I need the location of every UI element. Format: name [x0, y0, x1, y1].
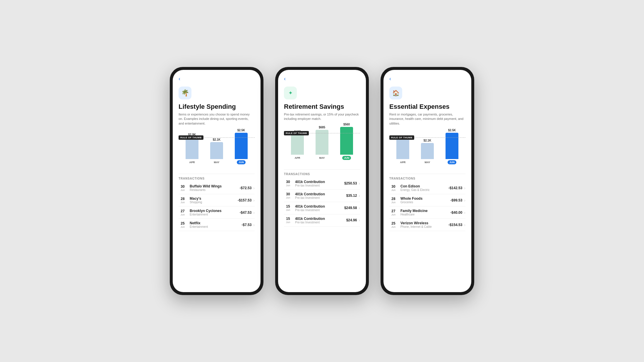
chevron-right-icon[interactable]: ›: [253, 223, 255, 227]
tx-info: 401k Contribution Pre-tax Investment: [295, 180, 344, 187]
tx-day: 15: [286, 217, 290, 221]
category-title: Retirement Savings: [284, 103, 360, 111]
back-button[interactable]: ‹: [179, 76, 255, 82]
chevron-right-icon[interactable]: ›: [253, 198, 255, 203]
tx-info: Family Medicine Healthcare: [400, 209, 451, 216]
bar-month-label: JUN: [448, 160, 456, 164]
phone-screen: ‹ 🌴 Lifestyle Spending Items or experien…: [173, 70, 261, 292]
tx-name: 401k Contribution: [295, 192, 346, 196]
category-icon: 🌴: [179, 87, 191, 99]
tx-month: Jun: [391, 225, 396, 228]
phone-screen: ‹ 🏠 Essential Expenses Rent or mortgages…: [383, 70, 471, 292]
chevron-right-icon[interactable]: ›: [359, 206, 360, 210]
tx-day: 25: [391, 221, 395, 225]
chevron-right-icon[interactable]: ›: [359, 193, 360, 198]
bar-group: $2.5K JUN: [441, 129, 463, 164]
transaction-row[interactable]: 15 Jun 401k Contribution Pre-tax Investm…: [284, 214, 360, 227]
bar-value: $2.1K: [213, 138, 221, 141]
tx-info: Macy's Shopping: [190, 196, 238, 204]
tx-date: 30 Jun: [284, 192, 292, 199]
tx-amount: $35.12: [346, 194, 357, 198]
bar-value: $2.1K: [424, 139, 431, 142]
tx-info: Verizon Wireless Phone, Internet & Cable: [400, 221, 448, 228]
tx-info: Brooklyn Cyclones Entertainment: [190, 209, 240, 216]
chevron-right-icon[interactable]: ›: [464, 223, 465, 227]
bar-month-label: APR: [187, 160, 196, 164]
tx-date: 30 Jun: [179, 185, 187, 192]
tx-info: Con Edison Energy, Gas & Electric: [400, 184, 448, 192]
tx-category: Energy, Gas & Electric: [400, 188, 448, 192]
chevron-right-icon[interactable]: ›: [253, 186, 255, 190]
rule-of-thumb-container: RULE OF THUMB: [389, 137, 465, 138]
tx-date: 27 Jun: [389, 209, 398, 216]
transaction-row[interactable]: 28 Jun Macy's Shopping -$157.53 ›: [179, 194, 255, 206]
tx-date: 28 Jun: [179, 197, 187, 204]
transaction-row[interactable]: 28 Jun Whole Foods Groceries -$99.53 ›: [389, 194, 465, 206]
phone-screen: ‹ ✦ Retirement Savings Pre-tax retiremen…: [278, 70, 366, 292]
bars-container: $497 APR $685 MAY $560 JUN: [284, 123, 360, 160]
bar: [291, 134, 304, 155]
transaction-row[interactable]: 25 Jun Verizon Wireless Phone, Internet …: [389, 219, 465, 231]
tx-date: 25 Jun: [389, 221, 398, 228]
bar: [316, 130, 328, 155]
tx-info: Netflix Entertainment: [190, 221, 242, 228]
bar-value: $560: [343, 123, 350, 126]
tx-month: Jun: [286, 196, 290, 199]
chevron-right-icon[interactable]: ›: [464, 186, 465, 190]
tx-date: 15 Jun: [284, 204, 292, 211]
phone-retirement: ‹ ✦ Retirement Savings Pre-tax retiremen…: [275, 67, 369, 295]
tx-month: Jun: [286, 184, 290, 187]
tx-amount: $250.53: [344, 181, 357, 185]
transaction-row[interactable]: 25 Jun Netflix Entertainment -$7.53 ›: [179, 219, 255, 231]
tx-day: 28: [391, 197, 395, 201]
tx-amount: -$157.53: [238, 198, 251, 202]
tx-date: 30 Jun: [284, 180, 292, 187]
rule-of-thumb-label: RULE OF THUMB: [284, 131, 309, 135]
tx-date: 30 Jun: [389, 185, 398, 192]
back-button[interactable]: ‹: [284, 76, 360, 82]
tx-date: 27 Jun: [179, 209, 187, 216]
tx-category: Shopping: [190, 201, 238, 204]
transaction-row[interactable]: 30 Jun Buffalo Wild Wings Restaurants -$…: [179, 182, 255, 194]
transaction-row[interactable]: 30 Jun Con Edison Energy, Gas & Electric…: [389, 182, 465, 194]
bar: [396, 139, 409, 159]
transaction-row[interactable]: 27 Jun Brooklyn Cyclones Entertainment -…: [179, 206, 255, 219]
bar-month-label: JUN: [237, 160, 246, 164]
rule-of-thumb-container: RULE OF THUMB: [179, 137, 255, 138]
tx-name: Whole Foods: [400, 196, 451, 201]
transactions-header: TRANSACTIONS: [284, 169, 360, 177]
tx-name: Buffalo Wild Wings: [190, 184, 240, 188]
tx-month: Jun: [286, 208, 290, 211]
transaction-row[interactable]: 30 Jun 401k Contribution Pre-tax Investm…: [284, 177, 360, 190]
transaction-row[interactable]: 15 Jun 401k Contribution Pre-tax Investm…: [284, 202, 360, 214]
tx-name: 401k Contribution: [295, 180, 344, 184]
bar: [235, 133, 248, 159]
transaction-row[interactable]: 27 Jun Family Medicine Healthcare -$40.0…: [389, 206, 465, 219]
tx-month: Jun: [181, 189, 185, 192]
chevron-right-icon[interactable]: ›: [359, 181, 360, 186]
transaction-row[interactable]: 30 Jun 401k Contribution Pre-tax Investm…: [284, 190, 360, 202]
tx-month: Jun: [181, 213, 185, 216]
tx-amount: $249.58: [344, 206, 357, 210]
back-button[interactable]: ‹: [389, 76, 465, 82]
chevron-right-icon[interactable]: ›: [464, 198, 465, 203]
bar-month-label: MAY: [212, 160, 221, 164]
tx-amount: -$47.53: [240, 211, 252, 215]
bar-group: $685 MAY: [311, 126, 333, 160]
chevron-right-icon[interactable]: ›: [253, 210, 255, 215]
bar-month-label: MAY: [317, 156, 326, 160]
tx-category: Pre-tax Investment: [295, 196, 346, 199]
chevron-right-icon[interactable]: ›: [359, 218, 360, 223]
category-description: Rent or mortgages, car payments, groceri…: [389, 112, 465, 126]
tx-name: Netflix: [190, 221, 242, 225]
phone-essential: ‹ 🏠 Essential Expenses Rent or mortgages…: [381, 67, 474, 295]
tx-info: 401k Contribution Pre-tax Investment: [295, 217, 346, 224]
tx-day: 30: [181, 185, 184, 189]
tx-amount: -$40.00: [451, 211, 463, 215]
tx-month: Jun: [181, 201, 185, 204]
tx-amount: -$154.53: [448, 223, 462, 227]
bar-group: $560 JUN: [335, 123, 358, 160]
category-title: Lifestyle Spending: [179, 103, 255, 111]
screen-content: ‹ ✦ Retirement Savings Pre-tax retiremen…: [278, 70, 366, 292]
chevron-right-icon[interactable]: ›: [464, 210, 465, 215]
